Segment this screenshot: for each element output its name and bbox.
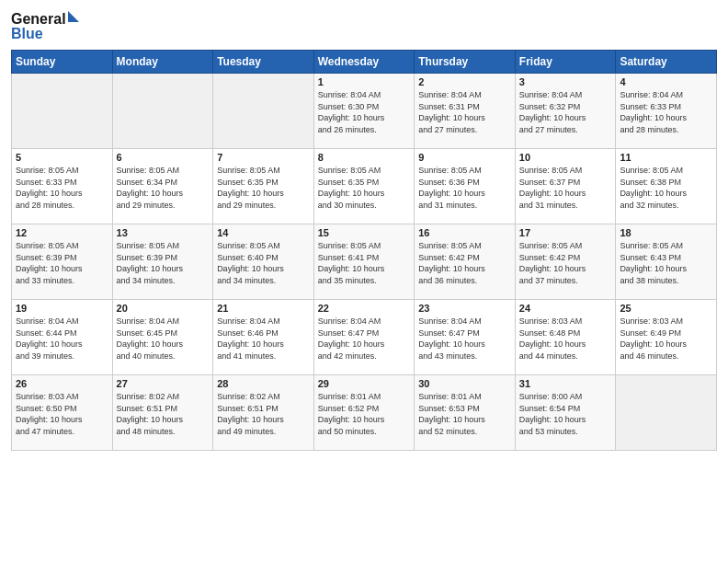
calendar-body: 1Sunrise: 8:04 AM Sunset: 6:30 PM Daylig… [12, 74, 717, 451]
page-container: GeneralBlue SundayMondayTuesdayWednesday… [0, 0, 728, 458]
day-cell: 6Sunrise: 8:05 AM Sunset: 6:34 PM Daylig… [112, 149, 213, 224]
day-number: 2 [418, 76, 511, 87]
day-info: Sunrise: 8:05 AM Sunset: 6:38 PM Dayligh… [620, 165, 712, 211]
day-cell: 30Sunrise: 8:01 AM Sunset: 6:53 PM Dayli… [415, 375, 516, 451]
day-number: 23 [418, 303, 511, 314]
day-cell [213, 74, 314, 149]
header-cell-tuesday: Tuesday [213, 51, 314, 74]
header-cell-wednesday: Wednesday [313, 51, 415, 74]
day-number: 18 [620, 227, 712, 238]
day-number: 8 [318, 152, 411, 163]
day-number: 5 [16, 152, 108, 163]
day-number: 11 [620, 152, 712, 163]
day-info: Sunrise: 8:04 AM Sunset: 6:47 PM Dayligh… [418, 316, 511, 362]
header-row: SundayMondayTuesdayWednesdayThursdayFrid… [12, 51, 717, 74]
logo-svg: GeneralBlue [11, 9, 85, 42]
day-number: 1 [318, 76, 411, 87]
day-info: Sunrise: 8:05 AM Sunset: 6:39 PM Dayligh… [117, 240, 210, 286]
day-cell: 8Sunrise: 8:05 AM Sunset: 6:35 PM Daylig… [313, 149, 415, 224]
day-cell: 25Sunrise: 8:03 AM Sunset: 6:49 PM Dayli… [616, 300, 717, 375]
day-cell: 18Sunrise: 8:05 AM Sunset: 6:43 PM Dayli… [616, 224, 717, 300]
day-number: 25 [620, 303, 712, 314]
day-cell: 16Sunrise: 8:05 AM Sunset: 6:42 PM Dayli… [415, 224, 516, 300]
calendar-table: SundayMondayTuesdayWednesdayThursdayFrid… [11, 50, 717, 451]
day-info: Sunrise: 8:05 AM Sunset: 6:42 PM Dayligh… [519, 240, 612, 286]
logo: GeneralBlue [11, 9, 85, 42]
day-info: Sunrise: 8:05 AM Sunset: 6:35 PM Dayligh… [217, 165, 310, 211]
day-info: Sunrise: 8:05 AM Sunset: 6:41 PM Dayligh… [318, 240, 411, 286]
svg-marker-2 [68, 11, 79, 22]
day-cell: 5Sunrise: 8:05 AM Sunset: 6:33 PM Daylig… [12, 149, 113, 224]
day-number: 4 [620, 76, 712, 87]
calendar-header: SundayMondayTuesdayWednesdayThursdayFrid… [12, 51, 717, 74]
day-cell: 22Sunrise: 8:04 AM Sunset: 6:47 PM Dayli… [313, 300, 415, 375]
day-info: Sunrise: 8:05 AM Sunset: 6:35 PM Dayligh… [318, 165, 411, 211]
day-cell: 15Sunrise: 8:05 AM Sunset: 6:41 PM Dayli… [313, 224, 415, 300]
header-cell-thursday: Thursday [415, 51, 516, 74]
day-info: Sunrise: 8:04 AM Sunset: 6:31 PM Dayligh… [418, 89, 511, 135]
day-number: 14 [217, 227, 310, 238]
header-cell-friday: Friday [515, 51, 616, 74]
day-number: 7 [217, 152, 310, 163]
day-cell: 19Sunrise: 8:04 AM Sunset: 6:44 PM Dayli… [12, 300, 113, 375]
day-cell: 11Sunrise: 8:05 AM Sunset: 6:38 PM Dayli… [616, 149, 717, 224]
day-cell: 3Sunrise: 8:04 AM Sunset: 6:32 PM Daylig… [515, 74, 616, 149]
week-row-1: 1Sunrise: 8:04 AM Sunset: 6:30 PM Daylig… [12, 74, 717, 149]
day-number: 20 [117, 303, 210, 314]
day-number: 29 [318, 378, 411, 389]
day-cell: 31Sunrise: 8:00 AM Sunset: 6:54 PM Dayli… [515, 375, 616, 451]
day-cell: 2Sunrise: 8:04 AM Sunset: 6:31 PM Daylig… [415, 74, 516, 149]
header-cell-saturday: Saturday [616, 51, 717, 74]
day-info: Sunrise: 8:03 AM Sunset: 6:48 PM Dayligh… [519, 316, 612, 362]
week-row-3: 12Sunrise: 8:05 AM Sunset: 6:39 PM Dayli… [12, 224, 717, 300]
day-number: 12 [16, 227, 108, 238]
day-info: Sunrise: 8:03 AM Sunset: 6:49 PM Dayligh… [620, 316, 712, 362]
week-row-2: 5Sunrise: 8:05 AM Sunset: 6:33 PM Daylig… [12, 149, 717, 224]
day-cell: 12Sunrise: 8:05 AM Sunset: 6:39 PM Dayli… [12, 224, 113, 300]
day-number: 22 [318, 303, 411, 314]
day-info: Sunrise: 8:01 AM Sunset: 6:53 PM Dayligh… [418, 391, 511, 437]
day-info: Sunrise: 8:05 AM Sunset: 6:40 PM Dayligh… [217, 240, 310, 286]
day-cell: 24Sunrise: 8:03 AM Sunset: 6:48 PM Dayli… [515, 300, 616, 375]
day-number: 6 [117, 152, 210, 163]
day-cell: 1Sunrise: 8:04 AM Sunset: 6:30 PM Daylig… [313, 74, 415, 149]
day-number: 3 [519, 76, 612, 87]
day-cell: 10Sunrise: 8:05 AM Sunset: 6:37 PM Dayli… [515, 149, 616, 224]
header-cell-monday: Monday [112, 51, 213, 74]
day-number: 9 [418, 152, 511, 163]
day-number: 15 [318, 227, 411, 238]
day-number: 30 [418, 378, 511, 389]
day-info: Sunrise: 8:04 AM Sunset: 6:44 PM Dayligh… [16, 316, 108, 362]
day-number: 21 [217, 303, 310, 314]
day-number: 10 [519, 152, 612, 163]
day-info: Sunrise: 8:04 AM Sunset: 6:33 PM Dayligh… [620, 89, 712, 135]
day-cell: 28Sunrise: 8:02 AM Sunset: 6:51 PM Dayli… [213, 375, 314, 451]
week-row-5: 26Sunrise: 8:03 AM Sunset: 6:50 PM Dayli… [12, 375, 717, 451]
day-cell: 9Sunrise: 8:05 AM Sunset: 6:36 PM Daylig… [415, 149, 516, 224]
day-number: 24 [519, 303, 612, 314]
day-info: Sunrise: 8:02 AM Sunset: 6:51 PM Dayligh… [117, 391, 210, 437]
day-info: Sunrise: 8:05 AM Sunset: 6:33 PM Dayligh… [16, 165, 108, 211]
day-number: 31 [519, 378, 612, 389]
header: GeneralBlue [11, 9, 717, 42]
header-cell-sunday: Sunday [12, 51, 113, 74]
day-number: 27 [117, 378, 210, 389]
day-cell: 26Sunrise: 8:03 AM Sunset: 6:50 PM Dayli… [12, 375, 113, 451]
svg-text:Blue: Blue [11, 26, 43, 41]
day-cell: 14Sunrise: 8:05 AM Sunset: 6:40 PM Dayli… [213, 224, 314, 300]
day-number: 19 [16, 303, 108, 314]
day-number: 16 [418, 227, 511, 238]
day-cell: 4Sunrise: 8:04 AM Sunset: 6:33 PM Daylig… [616, 74, 717, 149]
day-info: Sunrise: 8:04 AM Sunset: 6:46 PM Dayligh… [217, 316, 310, 362]
day-info: Sunrise: 8:01 AM Sunset: 6:52 PM Dayligh… [318, 391, 411, 437]
day-info: Sunrise: 8:04 AM Sunset: 6:45 PM Dayligh… [117, 316, 210, 362]
svg-text:General: General [11, 11, 66, 27]
day-cell: 23Sunrise: 8:04 AM Sunset: 6:47 PM Dayli… [415, 300, 516, 375]
day-cell [112, 74, 213, 149]
day-number: 26 [16, 378, 108, 389]
day-info: Sunrise: 8:00 AM Sunset: 6:54 PM Dayligh… [519, 391, 612, 437]
day-info: Sunrise: 8:02 AM Sunset: 6:51 PM Dayligh… [217, 391, 310, 437]
day-cell: 20Sunrise: 8:04 AM Sunset: 6:45 PM Dayli… [112, 300, 213, 375]
day-cell: 7Sunrise: 8:05 AM Sunset: 6:35 PM Daylig… [213, 149, 314, 224]
day-info: Sunrise: 8:05 AM Sunset: 6:34 PM Dayligh… [117, 165, 210, 211]
